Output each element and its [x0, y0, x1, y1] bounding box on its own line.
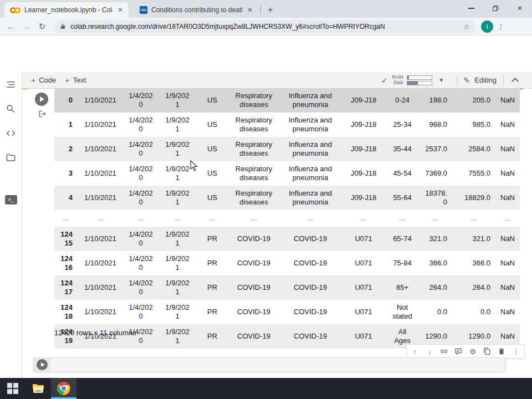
table-cell: COVID-19 — [279, 251, 341, 275]
run-cell-button[interactable] — [35, 93, 48, 106]
terminal-icon[interactable]: >_ — [4, 193, 18, 206]
browser-avatar[interactable]: I — [481, 21, 493, 33]
table-cell: 45-54 — [386, 161, 419, 186]
table-cell: 1/4/2020 — [123, 88, 158, 112]
windows-start-icon[interactable] — [0, 378, 25, 399]
table-cell: Respiratory diseases — [228, 186, 279, 210]
table-cell: COVID-19 — [228, 227, 279, 251]
move-cell-down-icon[interactable]: ↓ — [425, 347, 434, 356]
table-cell: 1/9/2021 — [158, 137, 196, 161]
tab-close-icon[interactable]: ✕ — [116, 6, 124, 14]
tab-separator — [260, 6, 261, 14]
browser-tab-cdc[interactable]: CDC Conditions contributing to death ✕ — [134, 2, 258, 18]
restore-button[interactable] — [483, 0, 508, 17]
cell-gutter — [34, 358, 50, 371]
left-sidebar: >_ — [0, 72, 22, 378]
new-tab-button[interactable]: + — [263, 5, 277, 15]
plus-icon: + — [31, 76, 35, 85]
copy-link-icon[interactable] — [439, 347, 448, 356]
folder-icon[interactable] — [4, 151, 18, 164]
file-explorer-icon[interactable] — [25, 378, 51, 399]
tab-title: Conditions contributing to death — [151, 6, 242, 14]
table-cell: 2537.0 — [419, 137, 452, 161]
settings-icon[interactable]: ⚙ — [468, 347, 477, 356]
table-cell: COVID-19 — [228, 324, 279, 349]
table-cell: 1/10/2021 — [78, 186, 123, 210]
table-cell: 1/9/2021 — [158, 300, 196, 324]
table-cell: 1/4/2020 — [123, 300, 158, 324]
table-cell: 1/9/2021 — [158, 161, 196, 186]
code-brackets-icon[interactable] — [4, 126, 18, 140]
collapse-toolbar-icon[interactable] — [511, 78, 519, 85]
table-cell: J09-J18 — [341, 88, 386, 112]
delete-cell-icon[interactable] — [497, 347, 506, 356]
code-editor-area[interactable] — [50, 358, 505, 371]
table-cell: 1/9/2021 — [158, 88, 196, 112]
connected-check-icon: ✓ — [381, 76, 388, 85]
table-cell: ... — [158, 210, 196, 227]
browser-tab-colab[interactable]: Learner_notebook.ipynb - Colab ✕ — [4, 2, 129, 18]
browser-menu-icon[interactable]: ⋮ — [493, 22, 509, 31]
resource-monitor[interactable]: RAM Disk — [392, 75, 432, 85]
back-icon[interactable]: ← — [3, 22, 19, 31]
table-cell: J09-J18 — [341, 137, 386, 161]
table-cell: ... — [386, 210, 419, 227]
table-cell: NaN — [495, 251, 520, 275]
dataframe-body: 01/10/20211/4/20201/9/2021USRespiratory … — [54, 88, 520, 349]
url-bar[interactable]: colab.research.google.com/drive/16TAR0O3… — [54, 20, 475, 33]
tab-title: Learner_notebook.ipynb - Colab — [24, 6, 112, 14]
table-cell: COVID-19 — [279, 324, 341, 349]
open-output-icon[interactable] — [37, 109, 47, 119]
table-cell: 0-24 — [386, 88, 419, 112]
table-cell: J09-J18 — [341, 112, 386, 137]
row-index-cell: 12417 — [54, 275, 78, 300]
table-cell: NaN — [495, 275, 520, 300]
table-cell: 25-34 — [386, 112, 419, 137]
play-icon — [41, 362, 45, 367]
comment-icon[interactable] — [454, 347, 463, 356]
minimize-button[interactable] — [459, 0, 483, 17]
table-cell: Influenza and pneumonia — [279, 161, 341, 186]
table-cell: NaN — [495, 88, 520, 112]
close-button[interactable]: ✕ — [508, 0, 532, 17]
table-cell: 1/10/2021 — [78, 137, 123, 161]
colab-favicon-icon — [10, 7, 21, 14]
table-row: 124161/10/20211/4/20201/9/2021PRCOVID-19… — [54, 251, 520, 275]
table-cell: 1/10/2021 — [78, 300, 123, 324]
colab-header: Learner_notebook.ipynb ☆ FileEditViewIns… — [0, 35, 532, 72]
table-of-contents-icon[interactable] — [4, 78, 18, 91]
move-cell-up-icon[interactable]: ↑ — [411, 347, 420, 356]
table-cell: NaN — [495, 137, 520, 161]
more-vert-icon[interactable]: ⋮ — [511, 347, 520, 356]
dataframe-table: 01/10/20211/4/20201/9/2021USRespiratory … — [54, 88, 520, 349]
table-cell: 1/4/2020 — [123, 137, 158, 161]
table-cell: ... — [196, 210, 228, 227]
table-cell: 35-44 — [386, 137, 419, 161]
table-cell: Not stated — [386, 300, 419, 324]
tab-close-icon[interactable]: ✕ — [246, 6, 254, 14]
table-cell: 1/4/2020 — [123, 227, 158, 251]
reload-icon[interactable]: ↻ — [34, 22, 50, 32]
run-cell-button[interactable] — [37, 359, 48, 370]
table-cell: 198.0 — [419, 88, 452, 112]
add-code-button[interactable]: +Code — [31, 76, 56, 85]
table-cell: 1/4/2020 — [123, 186, 158, 210]
table-cell: 7555.0 — [452, 161, 495, 186]
copy-cell-icon[interactable] — [483, 347, 492, 356]
chrome-icon[interactable] — [51, 378, 76, 399]
table-cell: PR — [196, 324, 228, 349]
bookmark-star-icon[interactable]: ☆ — [463, 22, 470, 31]
add-text-button[interactable]: +Text — [65, 76, 86, 85]
row-index-cell: 3 — [54, 161, 78, 186]
play-icon — [40, 96, 44, 102]
editing-mode-button[interactable]: Editing — [474, 76, 497, 84]
table-row: 11/10/20211/4/20201/9/2021USRespiratory … — [54, 112, 520, 137]
table-cell: 75-84 — [386, 251, 419, 275]
windows-taskbar — [0, 378, 532, 399]
forward-icon[interactable]: → — [19, 22, 34, 31]
restore-icon — [492, 5, 499, 12]
table-cell: ... — [341, 210, 386, 227]
search-icon[interactable] — [4, 102, 18, 115]
empty-code-cell[interactable] — [33, 357, 505, 372]
resources-dropdown-icon[interactable]: ▼ — [439, 77, 444, 83]
